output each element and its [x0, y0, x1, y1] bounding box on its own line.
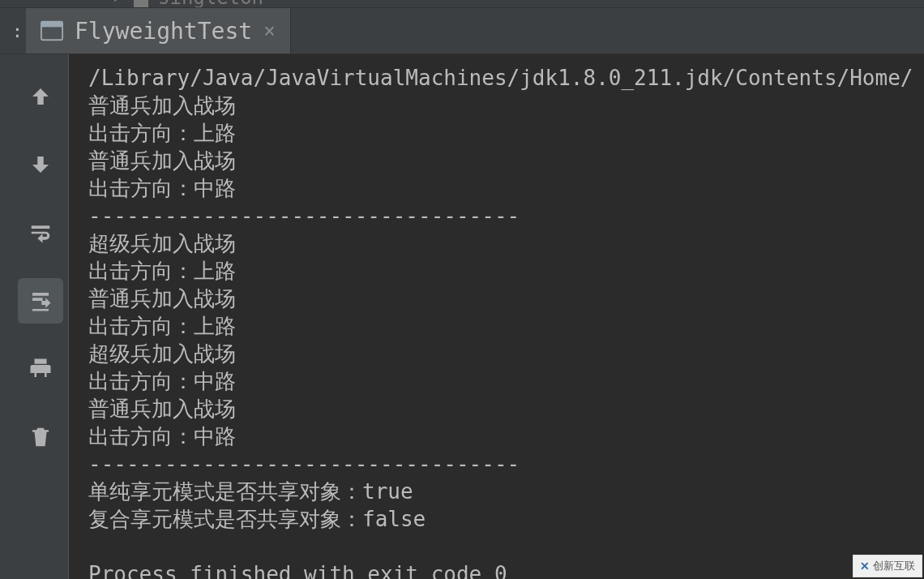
side-gutter — [0, 54, 13, 579]
console-line: 单纯享元模式是否共享对象：true — [88, 479, 413, 504]
console-line: ---------------------------------- — [88, 204, 520, 228]
run-tab-bar: : FlyweightTest × — [0, 8, 924, 54]
scroll-to-end-button[interactable] — [18, 278, 63, 324]
watermark-badge: ✕ 创新互联 — [853, 555, 922, 577]
editor-top-stub: singleton — [0, 0, 924, 8]
console-line: 复合享元模式是否共享对象：false — [88, 507, 426, 531]
console-output[interactable]: /Library/Java/JavaVirtualMachines/jdk1.8… — [68, 54, 924, 579]
folder-icon — [132, 0, 150, 8]
console-line: 出击方向：上路 — [88, 121, 236, 145]
console-line: 出击方向：上路 — [88, 314, 236, 338]
soft-wrap-button[interactable] — [18, 210, 63, 255]
watermark-text: 创新互联 — [873, 559, 915, 573]
console-line: 普通兵加入战场 — [88, 148, 236, 173]
close-icon[interactable]: × — [263, 19, 275, 42]
console-line: 普通兵加入战场 — [88, 93, 236, 118]
svg-rect-1 — [41, 22, 62, 28]
print-button[interactable] — [18, 346, 63, 392]
main-area: /Library/Java/JavaVirtualMachines/jdk1.8… — [0, 54, 924, 579]
up-stack-button[interactable] — [18, 74, 63, 119]
console-line: ---------------------------------- — [88, 452, 520, 476]
run-toolwindow-label: : — [0, 8, 26, 54]
console-line: Process finished with exit code 0 — [88, 562, 507, 579]
console-line: 出击方向：中路 — [88, 176, 236, 200]
application-icon — [41, 19, 63, 42]
console-line: 出击方向：上路 — [88, 259, 236, 283]
console-line: 出击方向：中路 — [88, 424, 236, 448]
run-tab[interactable]: FlyweightTest × — [26, 8, 291, 54]
console-toolbar — [13, 54, 68, 579]
console-line: 出击方向：中路 — [88, 369, 236, 393]
run-tab-name: FlyweightTest — [75, 18, 252, 45]
down-stack-button[interactable] — [18, 142, 63, 187]
console-line: 普通兵加入战场 — [88, 397, 236, 421]
run-arrow-icon — [109, 0, 124, 8]
jdk-path: /Library/Java/JavaVirtualMachines/jdk1.8… — [88, 66, 913, 90]
watermark-logo-icon: ✕ — [860, 560, 870, 573]
clear-all-button[interactable] — [18, 414, 63, 460]
console-line: 超级兵加入战场 — [88, 341, 236, 366]
console-line: 普通兵加入战场 — [88, 286, 236, 311]
console-line: 超级兵加入战场 — [88, 231, 236, 255]
tree-item-label: singleton — [158, 0, 263, 8]
